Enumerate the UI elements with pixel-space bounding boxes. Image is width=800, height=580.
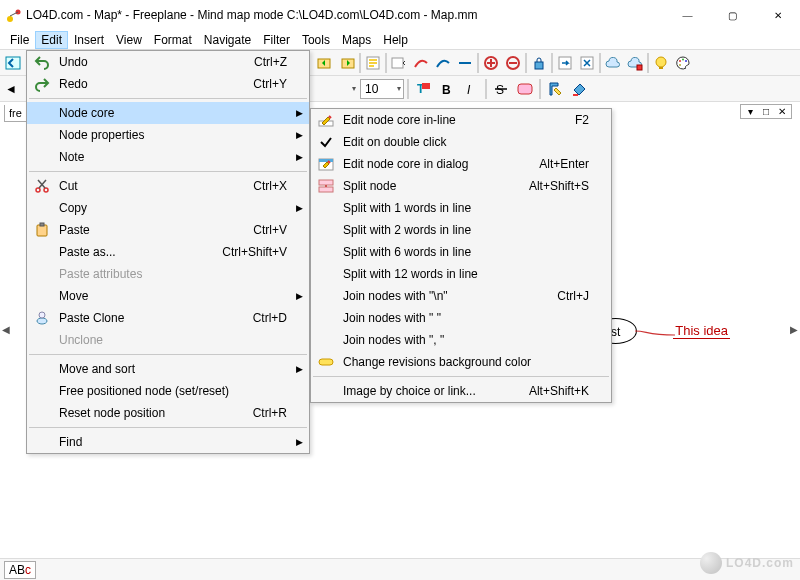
menu-navigate[interactable]: Navigate bbox=[198, 31, 257, 49]
menuitem-paste-clone[interactable]: Paste CloneCtrl+D bbox=[27, 307, 309, 329]
menu-view[interactable]: View bbox=[110, 31, 148, 49]
menuitem-paste[interactable]: PasteCtrl+V bbox=[27, 219, 309, 241]
menuitem-join-nodes-with[interactable]: Join nodes with ", " bbox=[311, 329, 611, 351]
menuitem-cut[interactable]: CutCtrl+X bbox=[27, 175, 309, 197]
menu-help[interactable]: Help bbox=[377, 31, 414, 49]
menuitem-image-by-choice-or-link[interactable]: Image by choice or link...Alt+Shift+K bbox=[311, 380, 611, 402]
menuitem-edit-node-core-in-line[interactable]: Edit node core in-lineF2 bbox=[311, 109, 611, 131]
blank-icon bbox=[31, 263, 53, 285]
menu-tools[interactable]: Tools bbox=[296, 31, 336, 49]
menu-insert[interactable]: Insert bbox=[68, 31, 110, 49]
goto-icon[interactable] bbox=[554, 52, 576, 74]
spellcheck-indicator[interactable]: ABc bbox=[4, 561, 36, 579]
menuitem-label: Split with 12 words in line bbox=[343, 267, 478, 281]
window-controls: — ▢ ✕ bbox=[665, 0, 800, 30]
menuitem-split-with-1-words-in-line[interactable]: Split with 1 words in line bbox=[311, 197, 611, 219]
tab-minimize-icon[interactable]: ▾ bbox=[743, 106, 757, 117]
tab-left[interactable]: ◄ bbox=[0, 82, 22, 96]
submenu-arrow-icon: ▶ bbox=[296, 291, 303, 301]
font-size-combo[interactable]: 10 ▾ bbox=[360, 79, 404, 99]
menuitem-note[interactable]: Note▶ bbox=[27, 146, 309, 168]
goto2-icon[interactable] bbox=[576, 52, 598, 74]
menuitem-accel: Ctrl+V bbox=[253, 223, 287, 237]
menu-maps[interactable]: Maps bbox=[336, 31, 377, 49]
child-node[interactable]: This idea bbox=[673, 323, 730, 339]
menu-edit[interactable]: Edit bbox=[35, 31, 68, 49]
tool-prev-button[interactable] bbox=[2, 52, 24, 74]
menuitem-split-with-6-words-in-line[interactable]: Split with 6 words in line bbox=[311, 241, 611, 263]
menuitem-node-properties[interactable]: Node properties▶ bbox=[27, 124, 309, 146]
close-button[interactable]: ✕ bbox=[755, 0, 800, 30]
remove-icon[interactable] bbox=[502, 52, 524, 74]
menuitem-node-core[interactable]: Node core▶ bbox=[27, 102, 309, 124]
menuitem-move[interactable]: Move▶ bbox=[27, 285, 309, 307]
palette-icon[interactable] bbox=[672, 52, 694, 74]
menuitem-undo[interactable]: UndoCtrl+Z bbox=[27, 51, 309, 73]
branch2-icon[interactable] bbox=[454, 52, 476, 74]
svg-rect-36 bbox=[319, 187, 333, 192]
menuitem-accel: Ctrl+X bbox=[253, 179, 287, 193]
menuitem-unclone: Unclone bbox=[27, 329, 309, 351]
menuitem-join-nodes-with[interactable]: Join nodes with " " bbox=[311, 307, 611, 329]
svg-rect-28 bbox=[37, 225, 47, 236]
note-icon[interactable] bbox=[362, 52, 384, 74]
font-dropdown-arrow[interactable]: ▾ bbox=[350, 84, 358, 93]
menu-filter[interactable]: Filter bbox=[257, 31, 296, 49]
branch-red-icon[interactable] bbox=[410, 52, 432, 74]
menuitem-split-with-12-words-in-line[interactable]: Split with 12 words in line bbox=[311, 263, 611, 285]
add-icon[interactable] bbox=[480, 52, 502, 74]
font-color-icon[interactable]: T bbox=[412, 78, 434, 100]
menuitem-edit-on-double-click[interactable]: Edit on double click bbox=[311, 131, 611, 153]
branch-icon[interactable] bbox=[432, 52, 454, 74]
document-tab[interactable]: fre bbox=[4, 105, 27, 122]
italic-button[interactable]: I bbox=[460, 78, 482, 100]
menuitem-label: Node properties bbox=[59, 128, 144, 142]
menuitem-change-revisions-background-color[interactable]: Change revisions background color bbox=[311, 351, 611, 373]
scroll-left-arrow[interactable]: ◀ bbox=[2, 324, 10, 335]
strike-button[interactable]: S bbox=[490, 78, 512, 100]
submenu-arrow-icon: ▶ bbox=[296, 437, 303, 447]
copy-format-icon[interactable] bbox=[544, 78, 566, 100]
bold-button[interactable]: B bbox=[436, 78, 458, 100]
svg-point-27 bbox=[44, 188, 48, 192]
blank-icon bbox=[31, 102, 53, 124]
folder-prev-icon[interactable] bbox=[314, 52, 336, 74]
paste-format-icon[interactable] bbox=[568, 78, 590, 100]
minimize-button[interactable]: — bbox=[665, 0, 710, 30]
menuitem-accel: F2 bbox=[575, 113, 589, 127]
blank-icon bbox=[31, 380, 53, 402]
check-icon bbox=[315, 131, 337, 153]
edit-dropdown: UndoCtrl+ZRedoCtrl+YNode core▶Node prope… bbox=[26, 50, 310, 454]
menuitem-redo[interactable]: RedoCtrl+Y bbox=[27, 73, 309, 95]
menuitem-find[interactable]: Find▶ bbox=[27, 431, 309, 453]
edit-dialog-icon bbox=[315, 153, 337, 175]
scroll-right-arrow[interactable]: ▶ bbox=[790, 324, 798, 335]
tab-close-icon[interactable]: ✕ bbox=[775, 106, 789, 117]
menuitem-accel: Ctrl+Shift+V bbox=[222, 245, 287, 259]
menuitem-copy[interactable]: Copy▶ bbox=[27, 197, 309, 219]
cloud-color-icon[interactable] bbox=[624, 52, 646, 74]
menuitem-label: Move and sort bbox=[59, 362, 135, 376]
maximize-button[interactable]: ▢ bbox=[710, 0, 755, 30]
svg-point-17 bbox=[685, 60, 687, 62]
tab-maximize-icon[interactable]: □ bbox=[759, 106, 773, 117]
mindmap-node-root[interactable]: st This idea bbox=[594, 318, 730, 344]
menu-file[interactable]: File bbox=[4, 31, 35, 49]
menuitem-reset-node-position[interactable]: Reset node positionCtrl+R bbox=[27, 402, 309, 424]
idea-icon[interactable] bbox=[650, 52, 672, 74]
folder-next-icon[interactable] bbox=[336, 52, 358, 74]
menuitem-move-and-sort[interactable]: Move and sort▶ bbox=[27, 358, 309, 380]
menuitem-join-nodes-with-n[interactable]: Join nodes with "\n"Ctrl+J bbox=[311, 285, 611, 307]
blank-icon bbox=[315, 329, 337, 351]
menuitem-label: Change revisions background color bbox=[343, 355, 531, 369]
menuitem-paste-as[interactable]: Paste as...Ctrl+Shift+V bbox=[27, 241, 309, 263]
encrypt-icon[interactable] bbox=[528, 52, 550, 74]
menuitem-free-positioned-node-set-reset[interactable]: Free positioned node (set/reset) bbox=[27, 380, 309, 402]
menu-format[interactable]: Format bbox=[148, 31, 198, 49]
node-bg-icon[interactable] bbox=[514, 78, 536, 100]
menuitem-split-with-2-words-in-line[interactable]: Split with 2 words in line bbox=[311, 219, 611, 241]
cloud-icon[interactable] bbox=[602, 52, 624, 74]
zoom-combo[interactable] bbox=[388, 52, 410, 74]
menuitem-edit-node-core-in-dialog[interactable]: Edit node core in dialogAlt+Enter bbox=[311, 153, 611, 175]
menuitem-split-node[interactable]: Split nodeAlt+Shift+S bbox=[311, 175, 611, 197]
